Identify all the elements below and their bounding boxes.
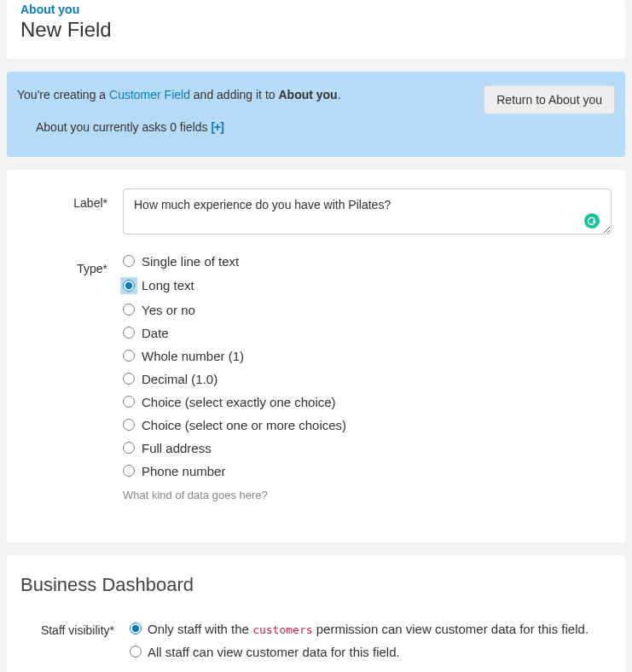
type-label-6: Choice (select exactly one choice): [142, 395, 336, 409]
type-radio-decimal[interactable]: [123, 373, 135, 385]
info-line2-text: About you currently asks 0 fields: [36, 120, 211, 134]
dashboard-card: Business Dashboard Staff visibility* Onl…: [7, 555, 625, 672]
type-row: Type* Single line of text Long text: [20, 254, 612, 501]
grammarly-svg: [587, 216, 597, 226]
info-text: You're creating a Customer Field and add…: [17, 85, 341, 138]
info-line2: About you currently asks 0 fields [+]: [36, 118, 341, 138]
type-option-yes-no[interactable]: Yes or no: [123, 303, 612, 317]
customer-field-link[interactable]: Customer Field: [109, 88, 190, 101]
type-radio-highlight: [120, 277, 137, 294]
type-label-2: Yes or no: [142, 303, 195, 317]
type-radio-choice-many[interactable]: [123, 419, 135, 431]
type-field-label: Type*: [20, 254, 123, 275]
type-label-5: Decimal (1.0): [142, 372, 217, 386]
label-input[interactable]: [123, 188, 612, 235]
label-row: Label*: [20, 188, 612, 237]
expand-icon[interactable]: [+]: [211, 120, 223, 134]
type-radio-yes-no[interactable]: [123, 304, 135, 316]
type-radio-date[interactable]: [123, 327, 135, 339]
grammarly-icon[interactable]: [584, 213, 600, 229]
field-form-card: Label* Type* Single line of text: [7, 170, 625, 542]
vis-opt1-code: customers: [252, 623, 312, 636]
info-prefix: You're creating a: [17, 88, 109, 101]
type-option-whole-number[interactable]: Whole number (1): [123, 349, 612, 363]
type-radio-long-text[interactable]: [123, 280, 135, 292]
type-option-single-line[interactable]: Single line of text: [123, 254, 612, 269]
type-label-4: Whole number (1): [142, 349, 244, 363]
header-card: About you New Field: [7, 0, 625, 59]
type-control: Single line of text Long text Yes or no: [123, 254, 612, 501]
type-option-long-text[interactable]: Long text: [123, 277, 194, 294]
label-field-label: Label*: [20, 188, 123, 210]
type-label-3: Date: [142, 326, 169, 340]
type-help-text: What kind of data goes here?: [123, 489, 612, 501]
visibility-control: Only staff with the customers permission…: [130, 622, 612, 668]
visibility-radio-restricted[interactable]: [130, 623, 142, 634]
visibility-row: Staff visibility* Only staff with the cu…: [20, 622, 612, 668]
type-radio-phone[interactable]: [123, 465, 135, 477]
info-banner: You're creating a Customer Field and add…: [7, 72, 625, 157]
info-line1: You're creating a Customer Field and add…: [17, 85, 341, 106]
dashboard-title: Business Dashboard: [20, 574, 612, 596]
type-radio-whole-number[interactable]: [123, 350, 135, 362]
type-radio-full-address[interactable]: [123, 442, 135, 454]
type-radio-single-line[interactable]: [123, 255, 135, 267]
type-label-1: Long text: [142, 278, 194, 293]
type-radio-choice-one[interactable]: [123, 396, 135, 408]
type-label-9: Phone number: [142, 464, 225, 478]
type-option-date[interactable]: Date: [123, 326, 612, 340]
breadcrumb[interactable]: About you: [20, 3, 612, 16]
type-option-choice-many[interactable]: Choice (select one or more choices): [123, 418, 612, 432]
page-title: New Field: [20, 18, 612, 42]
info-mid: and adding it to: [190, 88, 279, 101]
return-button[interactable]: Return to About you: [484, 85, 615, 114]
type-label-7: Choice (select one or more choices): [142, 418, 346, 432]
visibility-option-restricted[interactable]: Only staff with the customers permission…: [130, 622, 612, 636]
visibility-label-1: All staff can view customer data for thi…: [148, 645, 400, 659]
type-option-full-address[interactable]: Full address: [123, 441, 612, 455]
visibility-option-all[interactable]: All staff can view customer data for thi…: [130, 645, 612, 659]
info-suffix: .: [338, 88, 341, 101]
visibility-label-0: Only staff with the customers permission…: [148, 622, 589, 636]
type-option-choice-one[interactable]: Choice (select exactly one choice): [123, 395, 612, 409]
info-strong: About you: [278, 88, 337, 101]
vis-opt1-prefix: Only staff with the: [148, 622, 252, 636]
type-option-decimal[interactable]: Decimal (1.0): [123, 372, 612, 386]
visibility-radio-all[interactable]: [130, 646, 142, 658]
type-option-phone[interactable]: Phone number: [123, 464, 612, 478]
type-label-8: Full address: [142, 441, 212, 455]
visibility-label: Staff visibility*: [20, 622, 130, 637]
label-input-wrap: [123, 188, 612, 237]
type-label-0: Single line of text: [142, 254, 239, 269]
type-radio-list: Single line of text Long text Yes or no: [123, 254, 612, 478]
vis-opt1-suffix: permission can view customer data for th…: [313, 622, 589, 636]
